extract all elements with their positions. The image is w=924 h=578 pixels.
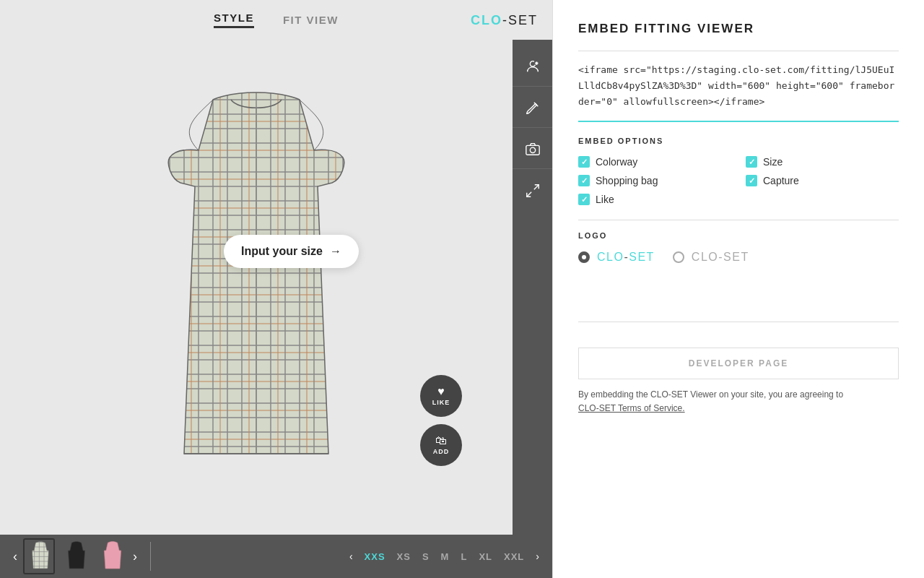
like-label: LIKE	[432, 399, 450, 406]
logo-color-mark: CLO-SET	[597, 251, 655, 264]
options-grid: Colorway Size Shopping bag Capture Like	[578, 156, 899, 205]
option-colorway[interactable]: Colorway	[578, 156, 731, 168]
checkbox-capture[interactable]	[746, 175, 757, 186]
svg-point-14	[530, 147, 535, 152]
size-selector: ‹ XXS XS S M L XL XXL ›	[344, 548, 545, 565]
terms-text: By embedding the CLO-SET Viewer on your …	[578, 388, 899, 415]
tab-style[interactable]: STYLE	[214, 7, 254, 33]
tabs-bar: STYLE FIT VIEW CLO-SET	[0, 0, 552, 40]
option-capture-label: Capture	[763, 175, 799, 186]
brush-icon	[525, 100, 541, 116]
svg-text:+: +	[535, 61, 537, 65]
fullscreen-tool-button[interactable]	[513, 171, 552, 210]
iframe-code[interactable]: <iframe src="https://staging.clo-set.com…	[578, 62, 899, 110]
developer-page-button[interactable]: DEVELOPER PAGE	[578, 348, 899, 379]
terms-link[interactable]: CLO-SET Terms of Service.	[578, 403, 685, 413]
checkbox-colorway[interactable]	[578, 156, 590, 168]
option-shopping-bag-label: Shopping bag	[596, 175, 658, 186]
logo-options: CLO-SET CLO-SET	[578, 251, 899, 264]
thumb-next-button[interactable]: ›	[127, 549, 143, 564]
option-like[interactable]: Like	[578, 194, 731, 205]
checkbox-shopping-bag[interactable]	[578, 175, 590, 186]
size-next-button[interactable]: ›	[530, 551, 545, 562]
thumb-prev-button[interactable]: ‹	[7, 549, 23, 564]
size-btn-l[interactable]: L	[455, 548, 473, 565]
camera-tool-button[interactable]	[513, 129, 552, 169]
svg-line-16	[526, 191, 531, 196]
logo-gray-mark: CLO-SET	[692, 251, 749, 264]
size-btn-m[interactable]: M	[435, 548, 456, 565]
floating-buttons: ♥ LIKE 🛍 ADD	[420, 375, 462, 466]
size-input-bubble[interactable]: Input your size →	[224, 235, 359, 268]
radio-gray-logo[interactable]	[673, 251, 684, 263]
thumbnails-list	[23, 538, 127, 574]
option-shopping-bag[interactable]: Shopping bag	[578, 175, 731, 186]
embed-title: EMBED FITTING VIEWER	[578, 22, 899, 36]
size-input-arrow: →	[330, 245, 341, 258]
sidebar-tools: +	[513, 40, 552, 535]
logo-part2: SET	[508, 12, 538, 27]
thumbnail-2[interactable]	[59, 538, 91, 574]
garment-display: Input your size → ♥ LIKE 🛍 ADD	[0, 40, 513, 535]
thumbnails-bar: ‹	[0, 535, 552, 578]
logo-option-gray[interactable]: CLO-SET	[673, 251, 749, 264]
brush-tool-button[interactable]	[513, 88, 552, 128]
thumbnail-1[interactable]	[23, 538, 55, 574]
thumbnail-1-img	[25, 540, 55, 574]
divider-thumbs-sizes	[150, 542, 151, 571]
thumbnail-3[interactable]	[95, 538, 127, 574]
size-btn-xl[interactable]: XL	[473, 548, 498, 565]
avatar-tool-button[interactable]: +	[513, 47, 552, 87]
left-panel: STYLE FIT VIEW CLO-SET	[0, 0, 552, 578]
logo-separator: -	[502, 12, 508, 27]
option-size-label: Size	[763, 156, 783, 168]
logo-section-title: LOGO	[578, 231, 899, 240]
option-size[interactable]: Size	[746, 156, 899, 168]
size-btn-s[interactable]: S	[417, 548, 435, 565]
svg-rect-13	[526, 145, 539, 155]
main-container: STYLE FIT VIEW CLO-SET	[0, 0, 924, 578]
divider-teal	[578, 121, 899, 122]
like-button[interactable]: ♥ LIKE	[420, 375, 462, 417]
divider-2	[578, 220, 899, 220]
tab-fit-view[interactable]: FIT VIEW	[283, 9, 339, 30]
checkbox-size[interactable]	[746, 156, 757, 168]
logo-text: CLO-SET	[471, 12, 538, 27]
avatar-icon: +	[525, 59, 541, 74]
dress-container	[119, 78, 393, 497]
option-like-label: Like	[596, 194, 614, 205]
right-panel: EMBED FITTING VIEWER <iframe src="https:…	[552, 0, 924, 578]
camera-icon	[525, 141, 541, 157]
size-prev-button[interactable]: ‹	[344, 551, 359, 562]
add-label: ADD	[433, 448, 450, 455]
radio-color-logo[interactable]	[578, 251, 590, 263]
size-btn-xs[interactable]: XS	[391, 548, 417, 565]
viewer-area: Input your size → ♥ LIKE 🛍 ADD	[0, 40, 552, 535]
checkbox-like[interactable]	[578, 194, 590, 205]
embed-options-title: EMBED OPTIONS	[578, 137, 899, 145]
heart-icon: ♥	[437, 386, 445, 397]
divider-3	[578, 322, 899, 322]
logo-clo: CLO	[597, 251, 624, 264]
terms-text-content: By embedding the CLO-SET Viewer on your …	[578, 389, 843, 400]
logo-part1: CLO	[471, 12, 502, 27]
size-btn-xxs[interactable]: XXS	[359, 548, 391, 565]
logo-top: CLO-SET	[471, 12, 538, 27]
dress-svg	[119, 78, 393, 497]
option-capture[interactable]: Capture	[746, 175, 899, 186]
logo-option-color[interactable]: CLO-SET	[578, 251, 655, 264]
option-colorway-label: Colorway	[596, 156, 637, 168]
size-input-label: Input your size	[241, 245, 323, 258]
divider-1	[578, 51, 899, 51]
add-button[interactable]: 🛍 ADD	[420, 424, 462, 466]
thumbnail-3-img	[97, 540, 127, 574]
size-btn-xxl[interactable]: XXL	[498, 548, 530, 565]
fullscreen-icon	[525, 183, 541, 199]
bag-icon: 🛍	[435, 435, 447, 447]
svg-line-15	[533, 184, 538, 189]
thumbnail-2-img	[61, 540, 91, 574]
